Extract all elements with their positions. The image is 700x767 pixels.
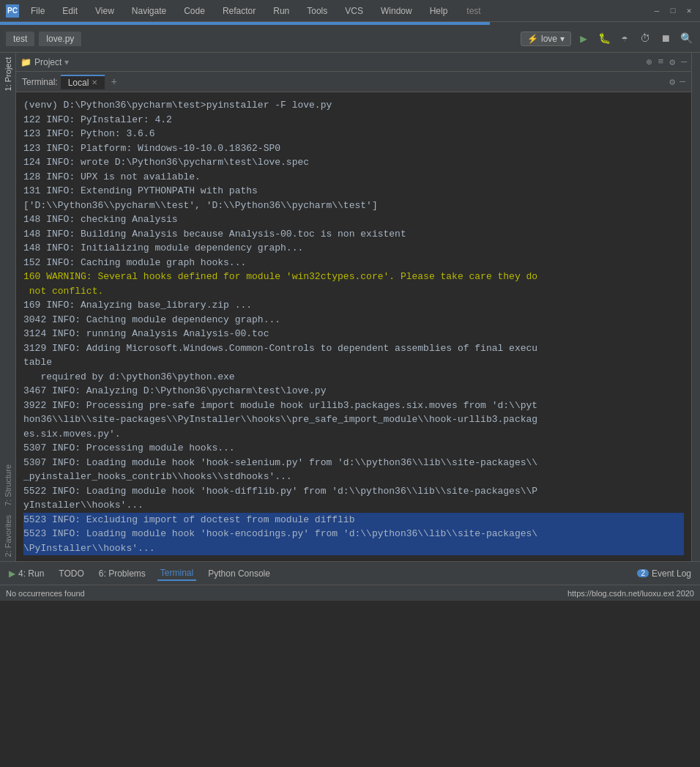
event-log-badge: 2 bbox=[637, 569, 649, 577]
menu-file[interactable]: File bbox=[25, 4, 51, 18]
terminal-line: 160 WARNING: Several hooks defined for m… bbox=[23, 270, 684, 284]
run-button[interactable]: ▶ bbox=[576, 31, 592, 47]
menu-vcs[interactable]: VCS bbox=[339, 4, 369, 18]
panel-dropdown-icon[interactable]: ▾ bbox=[64, 57, 69, 67]
project-tab-label: test bbox=[13, 34, 27, 44]
terminal-settings-icon[interactable]: ⚙ bbox=[669, 76, 675, 88]
terminal-line: not conflict. bbox=[23, 284, 684, 299]
bottom-tab-event-log[interactable]: 2 Event Log bbox=[634, 567, 694, 580]
bottom-tab-problems[interactable]: 6: Problems bbox=[96, 567, 149, 580]
terminal-line: 5523 INFO: Excluding import of doctest f… bbox=[23, 513, 684, 527]
minimize-button[interactable]: — bbox=[652, 6, 662, 16]
menu-run[interactable]: Run bbox=[267, 4, 295, 18]
terminal-line: 122 INFO: PyInstaller: 4.2 bbox=[23, 113, 684, 127]
terminal-minimize-icon[interactable]: — bbox=[679, 76, 685, 87]
menu-help[interactable]: Help bbox=[424, 4, 454, 18]
terminal-line: 128 INFO: UPX is not available. bbox=[23, 170, 684, 185]
bottom-tab-terminal[interactable]: Terminal bbox=[157, 566, 196, 581]
close-button[interactable]: ✕ bbox=[684, 6, 694, 16]
run-config-dropdown[interactable]: ⚡ love ▾ bbox=[521, 32, 571, 46]
run-tab-label: 4: Run bbox=[18, 568, 44, 579]
left-panel: 1: Project 7: Structure 2: Favorites bbox=[0, 53, 16, 561]
panel-settings-icon[interactable]: ⚙ bbox=[669, 56, 675, 68]
main-split-area: 1: Project 7: Structure 2: Favorites 📁 P… bbox=[0, 53, 700, 561]
search-button[interactable]: 🔍 bbox=[678, 31, 694, 47]
stop-button[interactable]: ⏹ bbox=[658, 31, 674, 47]
menu-navigate[interactable]: Navigate bbox=[126, 4, 172, 18]
terminal-line: \PyInstaller\\hooks'... bbox=[23, 541, 684, 556]
menu-tools[interactable]: Tools bbox=[301, 4, 333, 18]
menu-window[interactable]: Window bbox=[375, 4, 418, 18]
menu-edit[interactable]: Edit bbox=[56, 4, 83, 18]
menu-view[interactable]: View bbox=[89, 4, 120, 18]
terminal-tabs: Terminal: Local ✕ + bbox=[22, 75, 120, 89]
terminal-tab-bottom-label: Terminal bbox=[160, 568, 193, 578]
terminal-line: required by d:\python36\python.exe bbox=[23, 370, 684, 385]
terminal-line: 5522 INFO: Loading module hook 'hook-dif… bbox=[23, 484, 684, 499]
terminal-line: 3042 INFO: Caching module dependency gra… bbox=[23, 313, 684, 327]
terminal-line: _pyinstaller_hooks_contrib\\hooks\\stdho… bbox=[23, 470, 684, 484]
terminal-line: hon36\\lib\\site-packages\\PyInstaller\\… bbox=[23, 412, 684, 427]
terminal-line: 123 INFO: Platform: Windows-10-10.0.1836… bbox=[23, 141, 684, 156]
terminal-line: 131 INFO: Extending PYTHONPATH with path… bbox=[23, 184, 684, 199]
terminal-actions: ⚙ — bbox=[669, 76, 685, 88]
menu-refactor[interactable]: Refactor bbox=[217, 4, 261, 18]
terminal-content[interactable]: (venv) D:\Python36\pycharm\test>pyinstal… bbox=[16, 92, 691, 561]
maximize-button[interactable]: □ bbox=[668, 6, 678, 16]
terminal-line: 148 INFO: Building Analysis because Anal… bbox=[23, 227, 684, 242]
profile-button[interactable]: ⏱ bbox=[637, 31, 653, 47]
status-url: https://blog.csdn.net/luoxu.ext 2020 bbox=[567, 589, 694, 598]
panel-title: 📁 Project ▾ bbox=[21, 57, 69, 67]
terminal-line: (venv) D:\Python36\pycharm\test>pyinstal… bbox=[23, 98, 684, 113]
terminal-line: 3922 INFO: Processing pre-safe import mo… bbox=[23, 399, 684, 413]
panel-minimize-icon[interactable]: — bbox=[681, 56, 687, 67]
terminal-tab-local[interactable]: Local ✕ bbox=[61, 75, 105, 89]
terminal-line: 3129 INFO: Adding Microsoft.Windows.Comm… bbox=[23, 341, 684, 356]
panel-header: 📁 Project ▾ ⊕ ≡ ⚙ — bbox=[16, 53, 691, 72]
menu-code[interactable]: Code bbox=[178, 4, 211, 18]
title-bar-left: PC File Edit View Navigate Code Refactor… bbox=[6, 4, 481, 18]
file-tab[interactable]: love.py bbox=[39, 32, 81, 46]
center-panel: 📁 Project ▾ ⊕ ≡ ⚙ — Terminal: Local ✕ bbox=[16, 53, 691, 561]
run-config-label: love bbox=[541, 34, 557, 44]
terminal-line: 148 INFO: checking Analysis bbox=[23, 212, 684, 227]
todo-tab-label: TODO bbox=[59, 568, 83, 579]
terminal-tab-name: Local bbox=[68, 78, 89, 88]
file-tab-label: love.py bbox=[46, 34, 74, 44]
event-log-label: Event Log bbox=[652, 568, 691, 579]
terminal-tab-close[interactable]: ✕ bbox=[92, 78, 97, 86]
sidebar-item-favorites[interactable]: 2: Favorites bbox=[1, 511, 15, 561]
problems-tab-label: 6: Problems bbox=[99, 568, 146, 579]
debug-button[interactable]: 🐛 bbox=[596, 31, 612, 47]
terminal-line: 169 INFO: Analyzing base_library.zip ... bbox=[23, 298, 684, 313]
status-bar: No occurrences found https://blog.csdn.n… bbox=[0, 585, 700, 601]
terminal-line: 3124 INFO: running Analysis Analysis-00.… bbox=[23, 327, 684, 341]
sidebar-item-project[interactable]: 1: Project bbox=[1, 53, 15, 95]
bottom-tab-python-console[interactable]: Python Console bbox=[205, 567, 273, 580]
run-config-area: ⚡ love ▾ ▶ 🐛 ☂ ⏱ ⏹ 🔍 bbox=[521, 31, 694, 47]
bottom-tab-todo[interactable]: TODO bbox=[56, 567, 86, 580]
terminal-add-tab[interactable]: + bbox=[108, 76, 119, 88]
terminal-line: yInstaller\\hooks'... bbox=[23, 498, 684, 513]
python-console-tab-label: Python Console bbox=[208, 568, 270, 579]
coverage-button[interactable]: ☂ bbox=[617, 31, 633, 47]
bottom-tab-run[interactable]: ▶ 4: Run bbox=[6, 567, 47, 580]
title-bar-controls: — □ ✕ bbox=[652, 6, 694, 16]
status-right: https://blog.csdn.net/luoxu.ext 2020 bbox=[567, 589, 694, 598]
terminal-header: Terminal: Local ✕ + ⚙ — bbox=[16, 72, 691, 92]
progress-fill bbox=[0, 22, 490, 25]
terminal-line: es.six.moves.py'. bbox=[23, 427, 684, 442]
sidebar-item-structure[interactable]: 7: Structure bbox=[1, 460, 15, 511]
title-bar: PC File Edit View Navigate Code Refactor… bbox=[0, 0, 700, 22]
panel-locate-icon[interactable]: ⊕ bbox=[647, 56, 652, 68]
run-tab-icon: ▶ bbox=[9, 568, 15, 579]
terminal-line: 123 INFO: Python: 3.6.6 bbox=[23, 127, 684, 141]
terminal-line: 3467 INFO: Analyzing D:\Python36\pycharm… bbox=[23, 384, 684, 399]
terminal-line: 148 INFO: Initializing module dependency… bbox=[23, 241, 684, 256]
terminal-line: 5307 INFO: Loading module hook 'hook-sel… bbox=[23, 456, 684, 470]
panel-collapse-icon[interactable]: ≡ bbox=[658, 56, 664, 67]
terminal-section: Terminal: Local ✕ + ⚙ — (venv) D:\Python… bbox=[16, 72, 691, 561]
project-tab[interactable]: test bbox=[6, 32, 34, 46]
progress-bar bbox=[0, 22, 700, 25]
right-gutter bbox=[691, 53, 700, 561]
